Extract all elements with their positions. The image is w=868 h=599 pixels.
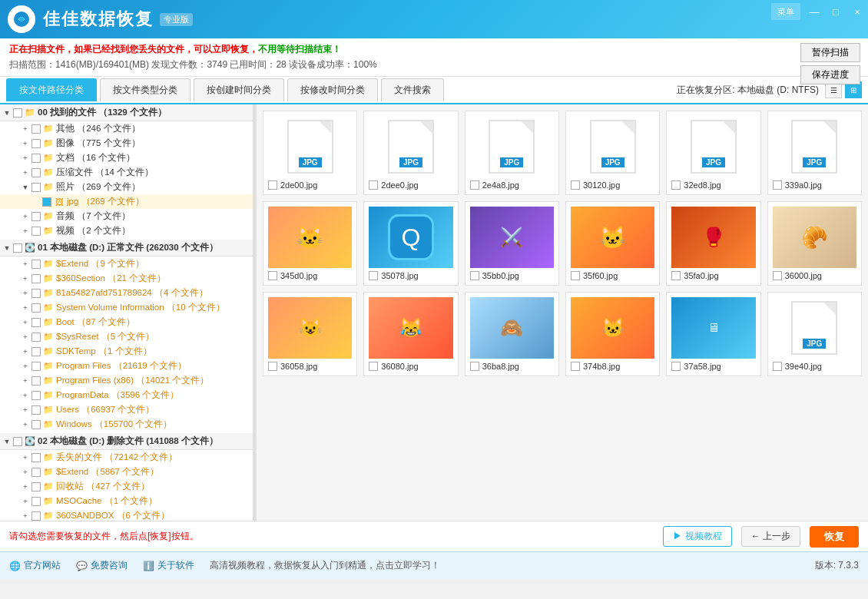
file-checkbox[interactable]: [369, 271, 378, 280]
item-checkbox[interactable]: [31, 227, 41, 236]
section-toggle[interactable]: ▼: [3, 109, 11, 117]
footer-website[interactable]: 🌐 官方网站: [9, 559, 61, 572]
file-item[interactable]: 😹 36080.jpg: [363, 292, 458, 376]
item-toggle[interactable]: +: [22, 468, 29, 476]
file-checkbox[interactable]: [671, 362, 681, 371]
tree-item-image[interactable]: + 📁 图像 （775 个文件）: [0, 136, 253, 151]
item-toggle[interactable]: +: [22, 377, 29, 385]
item-checkbox[interactable]: [31, 154, 41, 163]
tree-item-extend2[interactable]: + 📁 $Extend （5867 个文件）: [0, 465, 253, 479]
item-toggle[interactable]: +: [22, 362, 29, 370]
file-item[interactable]: 🐱 345d0.jpg: [263, 201, 357, 286]
minimize-button[interactable]: —: [803, 3, 825, 20]
item-toggle[interactable]: +: [22, 260, 29, 268]
tree-item-guid[interactable]: + 📁 81a54827afd751789624 （4 个文件）: [0, 286, 253, 300]
file-item[interactable]: 🖥 37a58.jpg: [666, 292, 760, 376]
file-item[interactable]: 🐱 35f60.jpg: [565, 201, 660, 286]
tree-section-d-normal[interactable]: ▼ 💽 01 本地磁盘 (D:) 正常文件 (262030 个文件）: [0, 240, 253, 256]
file-checkbox[interactable]: [369, 180, 378, 190]
recover-button[interactable]: 恢复: [810, 526, 859, 548]
item-toggle[interactable]: [32, 198, 40, 206]
tree-item-sysvolinfo[interactable]: + 📁 System Volume Information （10 个文件）: [0, 300, 253, 315]
item-toggle[interactable]: +: [22, 125, 29, 133]
item-checkbox[interactable]: [31, 139, 41, 148]
file-checkbox[interactable]: [571, 271, 580, 280]
file-item[interactable]: 🐱 374b8.jpg: [565, 292, 660, 376]
maximize-button[interactable]: □: [825, 3, 846, 20]
item-checkbox[interactable]: [31, 362, 41, 371]
item-checkbox[interactable]: [42, 197, 51, 207]
item-checkbox[interactable]: [31, 420, 41, 429]
file-checkbox[interactable]: [671, 180, 681, 190]
tab-modify[interactable]: 按修改时间分类: [287, 78, 378, 101]
tree-item-programfilesx86[interactable]: + 📁 Program Files (x86) （14021 个文件）: [0, 373, 253, 388]
item-toggle[interactable]: +: [22, 421, 29, 429]
item-toggle[interactable]: +: [22, 213, 29, 220]
item-checkbox[interactable]: [31, 391, 41, 400]
file-item[interactable]: JPG 39e40.jpg: [767, 292, 862, 376]
save-progress-button[interactable]: 保存进度: [800, 65, 860, 84]
tree-item-audio[interactable]: + 📁 音频 （7 个文件）: [0, 209, 253, 223]
file-item[interactable]: JPG 2e4a8.jpg: [465, 111, 559, 195]
item-checkbox[interactable]: [31, 482, 41, 491]
tree-item-programdata[interactable]: + 📁 ProgramData （3596 个文件）: [0, 388, 253, 402]
item-checkbox[interactable]: [31, 333, 41, 342]
item-checkbox[interactable]: [31, 497, 41, 506]
item-checkbox[interactable]: [31, 318, 41, 327]
item-checkbox[interactable]: [31, 124, 41, 134]
file-item[interactable]: JPG 339a0.jpg: [767, 111, 862, 195]
item-checkbox[interactable]: [31, 405, 41, 415]
file-item[interactable]: JPG 2de00.jpg: [263, 111, 357, 195]
file-item[interactable]: JPG 30120.jpg: [565, 111, 660, 195]
file-checkbox[interactable]: [773, 362, 782, 371]
file-item[interactable]: JPG 2dee0.jpg: [363, 111, 458, 195]
item-checkbox[interactable]: [31, 511, 41, 521]
file-checkbox[interactable]: [571, 362, 580, 371]
item-toggle[interactable]: +: [22, 275, 29, 283]
item-toggle[interactable]: ▼: [22, 184, 29, 191]
file-item[interactable]: Q 35078.jpg: [363, 201, 458, 286]
item-checkbox[interactable]: [31, 453, 41, 462]
tree-section-d-deleted[interactable]: ▼ 💽 02 本地磁盘 (D:) 删除文件 (141088 个文件）: [0, 433, 253, 450]
tab-create[interactable]: 按创建时间分类: [194, 78, 284, 101]
file-item[interactable]: 🥊 35fa0.jpg: [666, 201, 760, 286]
file-item[interactable]: ⚔️ 35bb0.jpg: [465, 201, 559, 286]
file-checkbox[interactable]: [470, 362, 479, 371]
tree-item-boot[interactable]: + 📁 Boot （87 个文件）: [0, 315, 253, 329]
item-checkbox[interactable]: [31, 260, 41, 269]
item-toggle[interactable]: +: [22, 333, 29, 341]
section-toggle[interactable]: ▼: [3, 438, 11, 445]
tree-item-360section[interactable]: + 📁 $360Section （21 个文件）: [0, 271, 253, 286]
item-toggle[interactable]: +: [22, 348, 29, 356]
tree-item-windows[interactable]: + 📁 Windows （155700 个文件）: [0, 417, 253, 432]
item-checkbox[interactable]: [31, 168, 41, 177]
file-checkbox[interactable]: [470, 180, 479, 190]
item-toggle[interactable]: +: [22, 319, 29, 326]
stop-scan-button[interactable]: 暂停扫描: [800, 43, 860, 62]
item-checkbox[interactable]: [31, 183, 41, 192]
item-checkbox[interactable]: [31, 347, 41, 356]
file-item[interactable]: 🥐 36000.jpg: [767, 201, 862, 286]
item-checkbox[interactable]: [31, 274, 41, 283]
item-toggle[interactable]: +: [22, 392, 29, 399]
tree-section-found[interactable]: ▼ 📁 00 找到的文件 （1329 个文件）: [0, 104, 253, 121]
tree-item-jpg[interactable]: 🖼 jpg （269 个文件）: [0, 194, 253, 209]
file-item[interactable]: 🙈 36ba8.jpg: [465, 292, 559, 376]
tree-item-extend[interactable]: + 📁 $Extend （9 个文件）: [0, 256, 253, 271]
tree-item-programfiles[interactable]: + 📁 Program Files （21619 个文件）: [0, 359, 253, 373]
file-checkbox[interactable]: [671, 271, 681, 280]
section-checkbox[interactable]: [13, 108, 22, 117]
item-toggle[interactable]: +: [22, 454, 29, 462]
item-toggle[interactable]: +: [22, 304, 29, 312]
section-checkbox[interactable]: [13, 243, 22, 253]
item-toggle[interactable]: +: [22, 406, 29, 414]
item-checkbox[interactable]: [31, 303, 41, 313]
item-toggle[interactable]: +: [22, 169, 29, 177]
file-checkbox[interactable]: [268, 362, 277, 371]
footer-consult[interactable]: 💬 免费咨询: [76, 559, 128, 572]
item-checkbox[interactable]: [31, 289, 41, 298]
file-checkbox[interactable]: [773, 271, 782, 280]
menu-button[interactable]: 菜单: [771, 3, 800, 20]
file-checkbox[interactable]: [268, 180, 277, 190]
item-toggle[interactable]: +: [22, 290, 29, 297]
